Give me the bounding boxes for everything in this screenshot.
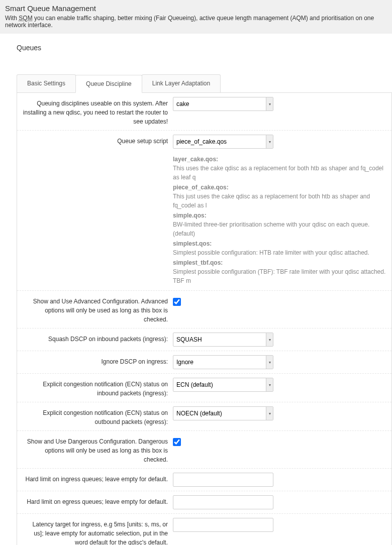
squash-select[interactable]: SQUASH xyxy=(173,333,273,347)
main-panel: Queues Basic Settings Queue Discipline L… xyxy=(0,34,392,545)
row-dangerous-checkbox: Show and Use Dangerous Configuration. Da… xyxy=(17,431,391,469)
advanced-label: Show and Use Advanced Configuration. Adv… xyxy=(22,295,173,324)
ecn-in-select[interactable]: ECN (default) xyxy=(173,378,273,392)
row-ecn-inbound: Explicit congestion notification (ECN) s… xyxy=(17,374,391,402)
script-help: layer_cake.qos: This uses the cake qdisc… xyxy=(173,155,386,285)
tab-queue-discipline[interactable]: Queue Discipline xyxy=(75,75,142,93)
form-area: Queuing disciplines useable on this syst… xyxy=(17,93,392,545)
script-label: Queue setup script xyxy=(22,135,173,146)
row-ecn-outbound: Explicit congestion notification (ECN) s… xyxy=(17,402,391,431)
tabs: Basic Settings Queue Discipline Link Lay… xyxy=(17,74,392,93)
ecn-out-label: Explicit congestion notification (ECN) s… xyxy=(22,406,173,426)
qdisc-label: Queuing disciplines useable on this syst… xyxy=(22,97,173,126)
tab-basic-settings[interactable]: Basic Settings xyxy=(17,74,76,92)
lat-in-label: Latency target for ingress, e.g 5ms [uni… xyxy=(22,518,173,545)
script-select[interactable]: piece_of_cake.qos xyxy=(173,135,273,149)
ignore-select[interactable]: Ignore xyxy=(173,355,273,369)
hard-in-label: Hard limit on ingress queues; leave empt… xyxy=(22,473,173,484)
row-qdisc: Queuing disciplines useable on this syst… xyxy=(17,93,391,131)
page-header: Smart Queue Management With SQM you can … xyxy=(0,0,392,34)
hard-in-input[interactable] xyxy=(173,473,273,487)
dangerous-label: Show and Use Dangerous Configuration. Da… xyxy=(22,435,173,464)
row-squash: Squash DSCP on inbound packets (ingress)… xyxy=(17,329,391,351)
row-ignore: Ignore DSCP on ingress: Ignore ▾ xyxy=(17,351,391,374)
ecn-out-select[interactable]: NOECN (default) xyxy=(173,406,273,420)
row-advanced-checkbox: Show and Use Advanced Configuration. Adv… xyxy=(17,291,391,329)
row-hard-egress: Hard limit on egress queues; leave empty… xyxy=(17,491,391,514)
advanced-checkbox[interactable] xyxy=(173,298,181,306)
page-description: With SQM you can enable traffic shaping,… xyxy=(5,15,387,29)
lat-in-input[interactable] xyxy=(173,518,273,532)
tab-link-layer[interactable]: Link Layer Adaptation xyxy=(142,74,221,92)
sqm-link[interactable]: SQM xyxy=(19,15,32,22)
row-script: Queue setup script piece_of_cake.qos ▾ l… xyxy=(17,131,391,291)
row-latency-ingress: Latency target for ingress, e.g 5ms [uni… xyxy=(17,514,391,545)
squash-label: Squash DSCP on inbound packets (ingress)… xyxy=(22,333,173,344)
section-title: Queues xyxy=(17,44,392,52)
page-title: Smart Queue Management xyxy=(5,4,387,13)
qdisc-select[interactable]: cake xyxy=(173,97,273,111)
dangerous-checkbox[interactable] xyxy=(173,438,181,446)
hard-out-label: Hard limit on egress queues; leave empty… xyxy=(22,495,173,506)
row-hard-ingress: Hard limit on ingress queues; leave empt… xyxy=(17,469,391,491)
hard-out-input[interactable] xyxy=(173,495,273,509)
ignore-label: Ignore DSCP on ingress: xyxy=(22,355,173,366)
ecn-in-label: Explicit congestion notification (ECN) s… xyxy=(22,378,173,398)
